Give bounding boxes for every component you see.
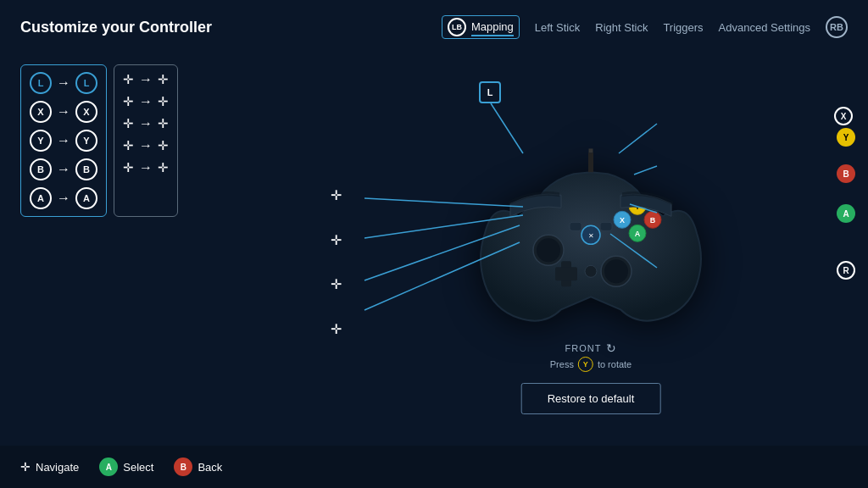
controller-area: A B X Y ✕: [322, 73, 860, 430]
to-b-btn: B: [75, 158, 97, 180]
front-text: FRONT: [565, 343, 602, 353]
select-label: Select: [123, 461, 153, 474]
to-y-btn: Y: [75, 130, 97, 152]
front-label: FRONT ↻: [565, 341, 617, 355]
mapping-row-x[interactable]: X → X: [26, 99, 101, 125]
arrow-d4: →: [139, 138, 153, 153]
x-btn-ctrl-label: X: [834, 107, 853, 125]
dpad-from-1: ✛: [123, 72, 134, 87]
navigate-label: Navigate: [36, 461, 79, 474]
arrow-d3: →: [139, 116, 153, 131]
svg-point-20: [585, 265, 597, 277]
r-circle-label: R: [837, 261, 855, 280]
y-rotate-btn: Y: [578, 357, 593, 372]
main-area: L → L X → X Y → Y B → B A → A: [0, 39, 868, 476]
arrow-b: →: [57, 162, 70, 177]
dpad-from-5: ✛: [123, 160, 134, 175]
select-action: A Select: [99, 458, 153, 476]
mapping-row-b[interactable]: B → B: [26, 157, 101, 182]
mapping-row-dpad3[interactable]: ✛ → ✛: [120, 114, 172, 133]
b-btn-ctrl-label: B: [837, 164, 855, 183]
arrow-y: →: [57, 133, 70, 148]
rb-circle: RB: [826, 16, 848, 38]
svg-text:A: A: [635, 230, 641, 238]
a-btn-ctrl-label: A: [837, 204, 855, 223]
press-text: Press: [550, 359, 574, 369]
arrow-d5: →: [139, 160, 153, 175]
navigate-action: ✛ Navigate: [20, 460, 79, 474]
to-x-btn: X: [75, 101, 97, 123]
svg-rect-17: [600, 222, 612, 230]
dpad-label-4: ✛: [331, 321, 342, 337]
svg-point-3: [537, 238, 560, 262]
arrow-a: →: [57, 191, 70, 206]
arrow-x: →: [57, 104, 70, 119]
l-label-area: L: [479, 81, 501, 103]
mapping-row-y[interactable]: Y → Y: [26, 128, 101, 153]
select-btn-circle: A: [99, 458, 118, 476]
header: Customize your Controller LB Mapping Lef…: [0, 0, 868, 39]
rotate-icon: ↻: [606, 341, 616, 355]
dpad-from-4: ✛: [123, 138, 134, 153]
y-circle-label: Y: [837, 128, 855, 147]
bottom-bar: ✛ Navigate A Select B Back: [0, 446, 868, 488]
dpad-to-1: ✛: [158, 72, 169, 87]
svg-text:✕: ✕: [588, 232, 594, 240]
to-rotate-text: to rotate: [598, 359, 632, 369]
mapping-panel: L → L X → X Y → Y B → B A → A: [20, 64, 178, 217]
back-action: B Back: [174, 458, 222, 476]
mapping-row-l[interactable]: L → L: [26, 70, 101, 96]
b-circle-label: B: [837, 164, 855, 183]
from-a-btn: A: [30, 187, 52, 209]
mapping-group-right: ✛ → ✛ ✛ → ✛ ✛ → ✛ ✛ → ✛ ✛ → ✛: [114, 64, 178, 217]
svg-line-21: [491, 103, 523, 153]
dpad-from-3: ✛: [123, 116, 134, 131]
tab-advanced-settings[interactable]: Advanced Settings: [719, 19, 810, 36]
a-circle-label: A: [837, 204, 855, 223]
dpad-to-4: ✛: [158, 138, 169, 153]
svg-text:B: B: [650, 216, 656, 225]
from-x-btn: X: [30, 101, 52, 123]
page-title: Customize your Controller: [20, 19, 212, 36]
lb-circle: LB: [448, 18, 466, 36]
dpad-label-3: ✛: [331, 276, 342, 292]
from-b-btn: B: [30, 158, 52, 180]
tab-right-stick[interactable]: Right Stick: [595, 19, 648, 36]
back-label: Back: [198, 461, 222, 474]
dpad-to-3: ✛: [158, 116, 169, 131]
tab-triggers[interactable]: Triggers: [663, 19, 703, 36]
arrow-d2: →: [139, 94, 153, 109]
mapping-row-dpad4[interactable]: ✛ → ✛: [120, 136, 172, 155]
dpad-label-2: ✛: [331, 232, 342, 248]
navigate-icon: ✛: [20, 460, 31, 474]
mapping-group-left: L → L X → X Y → Y B → B A → A: [20, 64, 107, 217]
nav-tabs: LB Mapping Left Stick Right Stick Trigge…: [442, 15, 848, 39]
svg-rect-16: [570, 222, 581, 230]
dpad-to-5: ✛: [158, 160, 169, 175]
svg-point-5: [604, 259, 628, 283]
to-a-btn: A: [75, 187, 97, 209]
arrow-l: →: [57, 75, 70, 91]
mapping-row-a[interactable]: A → A: [26, 186, 101, 211]
back-btn-circle: B: [174, 458, 192, 476]
mapping-tab[interactable]: Mapping: [471, 19, 514, 36]
r-btn-ctrl-label: R: [837, 261, 855, 280]
controller-visual: A B X Y ✕: [468, 148, 714, 347]
arrow-d1: →: [139, 72, 153, 87]
controller-svg: A B X Y ✕: [468, 148, 714, 343]
from-l-btn: L: [30, 72, 52, 94]
tab-left-stick[interactable]: Left Stick: [535, 19, 580, 36]
svg-text:X: X: [620, 216, 625, 225]
restore-default-button[interactable]: Restore to default: [521, 383, 661, 414]
from-y-btn: Y: [30, 130, 52, 152]
to-l-btn: L: [75, 72, 97, 94]
mapping-row-dpad1[interactable]: ✛ → ✛: [120, 70, 172, 89]
dpad-to-2: ✛: [158, 94, 169, 109]
svg-rect-7: [555, 267, 577, 280]
dpad-label-1: ✛: [331, 187, 342, 203]
mapping-row-dpad5[interactable]: ✛ → ✛: [120, 158, 172, 177]
l-btn-label: L: [479, 81, 501, 103]
dpad-from-2: ✛: [123, 94, 134, 109]
mapping-row-dpad2[interactable]: ✛ → ✛: [120, 92, 172, 111]
lb-tab-indicator[interactable]: LB Mapping: [442, 15, 520, 39]
